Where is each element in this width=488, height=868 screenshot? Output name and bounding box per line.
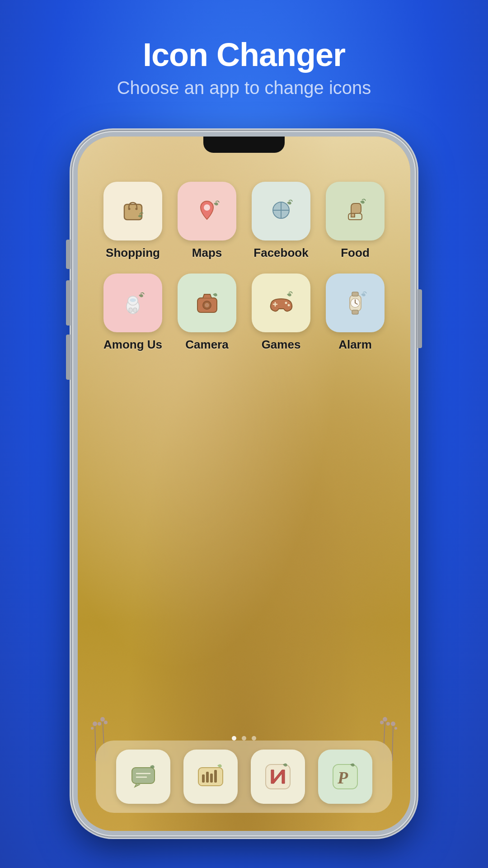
- dock-pinterest[interactable]: P: [318, 750, 372, 804]
- amongus-label: Among Us: [103, 338, 162, 352]
- svg-rect-40: [132, 768, 155, 783]
- app-games[interactable]: Games: [249, 274, 314, 352]
- maps-icon-bg: [178, 182, 236, 241]
- header: Icon Changer Choose an app to change ico…: [0, 36, 488, 98]
- svg-rect-46: [210, 774, 213, 783]
- games-icon-bg: [252, 274, 310, 332]
- svg-rect-0: [124, 204, 142, 220]
- dot-1: [232, 736, 236, 741]
- svg-point-31: [93, 722, 97, 726]
- app-alarm[interactable]: Alarm: [323, 274, 388, 352]
- svg-point-29: [104, 721, 108, 724]
- facebook-icon-bg: [252, 182, 310, 241]
- notch: [203, 137, 285, 153]
- svg-rect-9: [129, 308, 132, 312]
- svg-line-37: [392, 725, 393, 761]
- svg-rect-24: [352, 292, 358, 296]
- svg-rect-47: [214, 770, 217, 783]
- svg-point-35: [386, 722, 390, 726]
- svg-rect-10: [133, 308, 137, 312]
- dock-netflix[interactable]: [251, 750, 305, 804]
- camera-icon-bg: [178, 274, 236, 332]
- mute-button: [66, 240, 70, 269]
- phone-screen: Shopping Maps: [78, 137, 410, 831]
- power-button: [418, 289, 422, 348]
- dock: P: [96, 741, 392, 813]
- page-dots: [78, 736, 410, 741]
- svg-point-36: [380, 721, 384, 724]
- svg-point-3: [204, 204, 210, 211]
- svg-point-27: [100, 717, 105, 722]
- volume-down-button: [66, 335, 70, 380]
- maps-label: Maps: [192, 246, 222, 260]
- app-facebook[interactable]: Facebook: [249, 182, 314, 260]
- svg-point-12: [130, 298, 136, 302]
- dot-3: [252, 736, 256, 741]
- svg-rect-45: [206, 772, 209, 783]
- svg-point-32: [91, 727, 94, 730]
- volume-up-button: [66, 280, 70, 326]
- app-maps[interactable]: Maps: [174, 182, 239, 260]
- dock-music[interactable]: [183, 750, 238, 804]
- page-title: Icon Changer: [0, 36, 488, 73]
- phone-mockup: Shopping Maps: [72, 131, 416, 836]
- dot-2: [242, 736, 246, 741]
- shopping-icon-bg: [103, 182, 162, 241]
- app-amongus[interactable]: Among Us: [100, 274, 165, 352]
- svg-point-38: [391, 722, 395, 726]
- svg-point-1: [128, 208, 130, 210]
- app-grid: Shopping Maps: [100, 182, 388, 352]
- svg-rect-25: [352, 310, 358, 314]
- food-icon-bg: [326, 182, 385, 241]
- amongus-icon-bg: [103, 274, 162, 332]
- app-shopping[interactable]: Shopping: [100, 182, 165, 260]
- svg-point-15: [205, 303, 209, 307]
- alarm-label: Alarm: [338, 338, 372, 352]
- games-label: Games: [262, 338, 301, 352]
- svg-point-18: [285, 302, 287, 304]
- camera-label: Camera: [185, 338, 228, 352]
- shopping-label: Shopping: [106, 246, 160, 260]
- svg-point-19: [287, 304, 290, 306]
- dock-messages[interactable]: [116, 750, 170, 804]
- svg-rect-44: [202, 774, 205, 783]
- svg-text:P: P: [337, 768, 348, 787]
- facebook-label: Facebook: [253, 246, 308, 260]
- svg-point-2: [135, 208, 137, 210]
- svg-point-28: [98, 722, 101, 726]
- svg-point-34: [383, 717, 387, 722]
- app-camera[interactable]: Camera: [174, 274, 239, 352]
- svg-point-39: [394, 727, 397, 730]
- alarm-icon-bg: [326, 274, 385, 332]
- page-subtitle: Choose an app to change icons: [0, 78, 488, 98]
- food-label: Food: [341, 246, 370, 260]
- phone-frame: Shopping Maps: [72, 131, 416, 836]
- app-food[interactable]: Food: [323, 182, 388, 260]
